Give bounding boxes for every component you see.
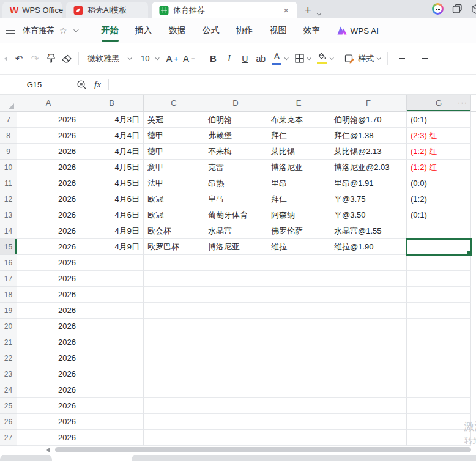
cell-G7[interactable]: (0:1) <box>407 112 471 128</box>
cell-A16[interactable]: 2026 <box>17 255 80 271</box>
borders-button[interactable] <box>291 50 307 67</box>
font-color-chevron-icon[interactable] <box>284 56 289 60</box>
more-columns-icon[interactable]: ··· <box>458 98 467 107</box>
tab-docer-ai[interactable]: 稻壳AI模板 <box>66 2 148 18</box>
cell-B17[interactable] <box>80 271 144 287</box>
cell-B20[interactable] <box>80 319 144 334</box>
cell-F20[interactable] <box>330 319 407 334</box>
tab-insert[interactable]: 插入 <box>135 25 152 36</box>
cell-C10[interactable]: 意甲 <box>144 160 204 175</box>
cell-F12[interactable]: 平@3.75 <box>330 191 407 207</box>
fill-color-chevron-icon[interactable] <box>330 56 334 60</box>
cell-F22[interactable] <box>330 350 407 366</box>
cell-F10[interactable]: 博洛尼亚@2.03 <box>330 160 407 175</box>
cell-F8[interactable]: 拜仁@1.38 <box>330 128 407 144</box>
cell-E17[interactable] <box>267 271 330 287</box>
row-header-26[interactable]: 26 <box>0 414 17 430</box>
cell-A24[interactable]: 2026 <box>17 382 80 398</box>
cell-C18[interactable] <box>144 287 204 303</box>
row-header-24[interactable]: 24 <box>0 382 17 398</box>
cell-B9[interactable]: 4月4日 <box>80 144 144 160</box>
cell-E11[interactable]: 里昂 <box>267 175 330 191</box>
cell-E27[interactable] <box>267 430 330 446</box>
cell-A25[interactable]: 2026 <box>17 398 80 414</box>
cell-D24[interactable] <box>204 382 267 398</box>
cell-F7[interactable]: 伯明翰@1.70 <box>330 112 407 128</box>
cell-E8[interactable]: 拜仁 <box>267 128 330 144</box>
scroll-left-icon[interactable] <box>46 448 50 452</box>
cell-G20[interactable] <box>407 319 471 334</box>
cell-B23[interactable] <box>80 366 144 382</box>
strikethrough-button[interactable]: ab <box>253 50 269 67</box>
cell-D20[interactable] <box>204 319 267 334</box>
row-header-17[interactable]: 17 <box>0 271 17 287</box>
cell-D27[interactable] <box>204 430 267 446</box>
cell-E23[interactable] <box>267 366 330 382</box>
cell-A18[interactable]: 2026 <box>17 287 80 303</box>
row-header-22[interactable]: 22 <box>0 350 17 366</box>
column-header-E[interactable]: E <box>267 95 330 112</box>
cell-G12[interactable]: (1:2) <box>407 191 471 207</box>
cell-C24[interactable] <box>144 382 204 398</box>
redo-icon[interactable]: ↷ <box>27 50 43 67</box>
cell-G22[interactable] <box>407 350 471 366</box>
cell-C19[interactable] <box>144 303 204 319</box>
cell-E12[interactable]: 拜仁 <box>267 191 330 207</box>
cell-B10[interactable]: 4月5日 <box>80 160 144 175</box>
column-header-F[interactable]: F <box>330 95 407 112</box>
tab-sheet-active[interactable]: 体育推荐 × <box>152 2 297 18</box>
cell-F26[interactable] <box>330 414 407 430</box>
cell-D18[interactable] <box>204 287 267 303</box>
cell-G21[interactable] <box>407 334 471 350</box>
row-header-8[interactable]: 8 <box>0 128 17 144</box>
bold-button[interactable]: B <box>205 50 221 67</box>
cell-B15[interactable]: 4月9日 <box>80 239 144 255</box>
cell-F9[interactable]: 莱比锡@2.13 <box>330 144 407 160</box>
cell-F11[interactable]: 里昂@1.91 <box>330 175 407 191</box>
cell-F25[interactable] <box>330 398 407 414</box>
cell-E21[interactable] <box>267 334 330 350</box>
tab-formula[interactable]: 公式 <box>203 25 220 36</box>
cell-E26[interactable] <box>267 414 330 430</box>
row-header-20[interactable]: 20 <box>0 319 17 334</box>
cell-G13[interactable]: (0:1) <box>407 207 471 223</box>
row-header-15[interactable]: 15 <box>0 239 17 255</box>
tab-data[interactable]: 数据 <box>169 25 186 36</box>
align-center-icon[interactable] <box>394 50 410 67</box>
cell-D9[interactable]: 不来梅 <box>204 144 267 160</box>
tab-wps-ai[interactable]: WPS AI <box>337 26 379 35</box>
cell-C25[interactable] <box>144 398 204 414</box>
cell-B27[interactable] <box>80 430 144 446</box>
restore-window-icon[interactable] <box>452 4 463 14</box>
hamburger-menu-icon[interactable] <box>6 28 15 34</box>
tab-wps-office[interactable]: W WPS Office <box>2 2 62 18</box>
cell-B18[interactable] <box>80 287 144 303</box>
cell-B7[interactable]: 4月3日 <box>80 112 144 128</box>
cell-D7[interactable]: 伯明翰 <box>204 112 267 128</box>
cell-A13[interactable]: 2026 <box>17 207 80 223</box>
cell-C23[interactable] <box>144 366 204 382</box>
app-cube-icon[interactable] <box>471 4 476 15</box>
row-header-9[interactable]: 9 <box>0 144 17 160</box>
cell-C14[interactable]: 欧会杯 <box>144 223 204 239</box>
row-header-11[interactable]: 11 <box>0 175 17 191</box>
eraser-icon[interactable] <box>59 50 75 67</box>
cell-G27[interactable] <box>407 430 471 446</box>
cell-A27[interactable]: 2026 <box>17 430 80 446</box>
cell-F16[interactable] <box>330 255 407 271</box>
tab-home[interactable]: 开始 <box>102 25 119 36</box>
cell-G19[interactable] <box>407 303 471 319</box>
cell-G15[interactable] <box>407 239 471 255</box>
cell-C13[interactable]: 欧冠 <box>144 207 204 223</box>
column-header-D[interactable]: D <box>204 95 267 112</box>
cell-A23[interactable]: 2026 <box>17 366 80 382</box>
cell-C21[interactable] <box>144 334 204 350</box>
cell-B22[interactable] <box>80 350 144 366</box>
cell-D16[interactable] <box>204 255 267 271</box>
scrollbar-thumb[interactable] <box>55 447 471 452</box>
name-box[interactable]: G15 <box>0 80 69 89</box>
cell-F14[interactable]: 水晶宫@1.55 <box>330 223 407 239</box>
font-family-select[interactable]: 微软雅黑 <box>83 53 136 64</box>
cell-G17[interactable] <box>407 271 471 287</box>
cell-B19[interactable] <box>80 303 144 319</box>
